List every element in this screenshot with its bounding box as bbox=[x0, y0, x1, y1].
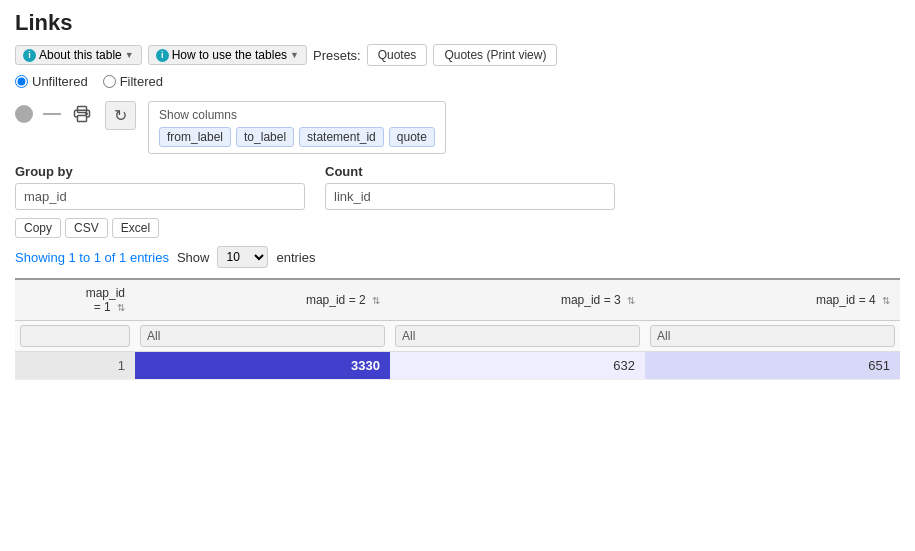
group-count-row: Group by Count bbox=[15, 164, 900, 210]
filter-input-1[interactable] bbox=[20, 325, 130, 347]
table-area: map_id = 1 ⇅ map_id = 2 ⇅ map_id = 3 ⇅ m… bbox=[15, 278, 900, 380]
entries-label: entries bbox=[276, 250, 315, 265]
pagination-row: Showing 1 to 1 of 1 entries Show 10 25 5… bbox=[15, 246, 900, 268]
sort-icon-2: ⇅ bbox=[372, 295, 380, 306]
col-header-3[interactable]: map_id = 3 ⇅ bbox=[390, 280, 645, 321]
preset-quotes-printview-button[interactable]: Quotes (Print view) bbox=[433, 44, 557, 66]
info-icon: i bbox=[23, 49, 36, 62]
print-icon bbox=[73, 105, 91, 123]
filtered-radio[interactable] bbox=[103, 75, 116, 88]
controls-icons bbox=[15, 103, 93, 125]
preset-quotes-button[interactable]: Quotes bbox=[367, 44, 428, 66]
col-header-4[interactable]: map_id = 4 ⇅ bbox=[645, 280, 900, 321]
column-tags: from_label to_label statement_id quote bbox=[159, 127, 435, 147]
presets-label: Presets: bbox=[313, 48, 361, 63]
group-by-field: Group by bbox=[15, 164, 305, 210]
about-dropdown-icon: ▼ bbox=[125, 50, 134, 60]
cell-1-2: 3330 bbox=[135, 352, 390, 380]
unfiltered-radio[interactable] bbox=[15, 75, 28, 88]
toggle-icon[interactable] bbox=[15, 105, 33, 123]
group-by-input[interactable] bbox=[15, 183, 305, 210]
refresh-icon: ↻ bbox=[114, 106, 127, 125]
column-tag-quote[interactable]: quote bbox=[389, 127, 435, 147]
filtered-label: Filtered bbox=[120, 74, 163, 89]
col-header-2[interactable]: map_id = 2 ⇅ bbox=[135, 280, 390, 321]
toolbar-row: i About this table ▼ i How to use the ta… bbox=[15, 44, 900, 66]
entries-select[interactable]: 10 25 50 100 bbox=[217, 246, 268, 268]
show-label: Show bbox=[177, 250, 210, 265]
column-tag-to-label[interactable]: to_label bbox=[236, 127, 294, 147]
count-label: Count bbox=[325, 164, 615, 179]
filter-cell-4 bbox=[645, 321, 900, 352]
howto-dropdown-icon: ▼ bbox=[290, 50, 299, 60]
print-button[interactable] bbox=[71, 103, 93, 125]
controls-row: ↻ Show columns from_label to_label state… bbox=[15, 101, 900, 154]
export-row: Copy CSV Excel bbox=[15, 218, 900, 238]
filter-input-2[interactable] bbox=[140, 325, 385, 347]
filter-cell-2 bbox=[135, 321, 390, 352]
csv-button[interactable]: CSV bbox=[65, 218, 108, 238]
filter-row: Unfiltered Filtered bbox=[15, 74, 900, 89]
count-field: Count bbox=[325, 164, 615, 210]
table-header-row: map_id = 1 ⇅ map_id = 2 ⇅ map_id = 3 ⇅ m… bbox=[15, 280, 900, 321]
column-tag-statement-id[interactable]: statement_id bbox=[299, 127, 384, 147]
filtered-radio-label[interactable]: Filtered bbox=[103, 74, 163, 89]
excel-button[interactable]: Excel bbox=[112, 218, 159, 238]
data-table: map_id = 1 ⇅ map_id = 2 ⇅ map_id = 3 ⇅ m… bbox=[15, 280, 900, 380]
column-tag-from-label[interactable]: from_label bbox=[159, 127, 231, 147]
showing-text: Showing 1 to 1 of 1 entries bbox=[15, 250, 169, 265]
cell-1-1: 1 bbox=[15, 352, 135, 380]
unfiltered-label: Unfiltered bbox=[32, 74, 88, 89]
unfiltered-radio-label[interactable]: Unfiltered bbox=[15, 74, 88, 89]
sort-icon-1: ⇅ bbox=[117, 302, 125, 313]
show-columns-box: Show columns from_label to_label stateme… bbox=[148, 101, 446, 154]
sort-icon-4: ⇅ bbox=[882, 295, 890, 306]
info-icon2: i bbox=[156, 49, 169, 62]
count-input[interactable] bbox=[325, 183, 615, 210]
col-header-1[interactable]: map_id = 1 ⇅ bbox=[15, 280, 135, 321]
connector-dash bbox=[43, 113, 61, 115]
filter-cell-1 bbox=[15, 321, 135, 352]
col-header-2-label: map_id = 2 bbox=[306, 293, 366, 307]
group-by-label: Group by bbox=[15, 164, 305, 179]
col-header-3-label: map_id = 3 bbox=[561, 293, 621, 307]
about-table-label: About this table bbox=[39, 48, 122, 62]
howto-table-label: How to use the tables bbox=[172, 48, 287, 62]
filter-cell-3 bbox=[390, 321, 645, 352]
col-header-4-label: map_id = 4 bbox=[816, 293, 876, 307]
table-row: 1 3330 632 651 bbox=[15, 352, 900, 380]
show-columns-title: Show columns bbox=[159, 108, 435, 122]
filter-input-4[interactable] bbox=[650, 325, 895, 347]
table-filter-row bbox=[15, 321, 900, 352]
svg-point-2 bbox=[86, 113, 88, 115]
page-title: Links bbox=[15, 10, 900, 36]
cell-1-3: 632 bbox=[390, 352, 645, 380]
filter-input-3[interactable] bbox=[395, 325, 640, 347]
howto-table-button[interactable]: i How to use the tables ▼ bbox=[148, 45, 307, 65]
sort-icon-3: ⇅ bbox=[627, 295, 635, 306]
cell-1-4: 651 bbox=[645, 352, 900, 380]
refresh-button[interactable]: ↻ bbox=[105, 101, 136, 130]
copy-button[interactable]: Copy bbox=[15, 218, 61, 238]
svg-rect-1 bbox=[78, 116, 87, 122]
about-table-button[interactable]: i About this table ▼ bbox=[15, 45, 142, 65]
